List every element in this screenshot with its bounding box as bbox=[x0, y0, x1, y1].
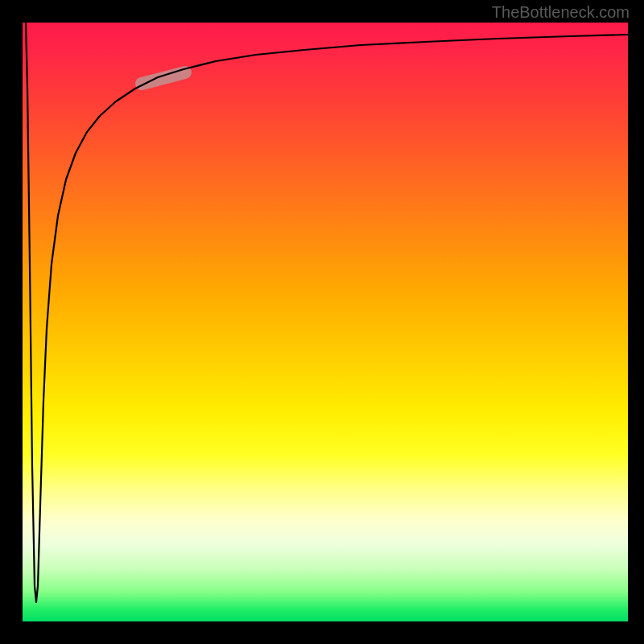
chart-container: TheBottleneck.com bbox=[0, 0, 644, 644]
plot-area bbox=[23, 23, 628, 621]
watermark-text: TheBottleneck.com bbox=[492, 3, 630, 22]
